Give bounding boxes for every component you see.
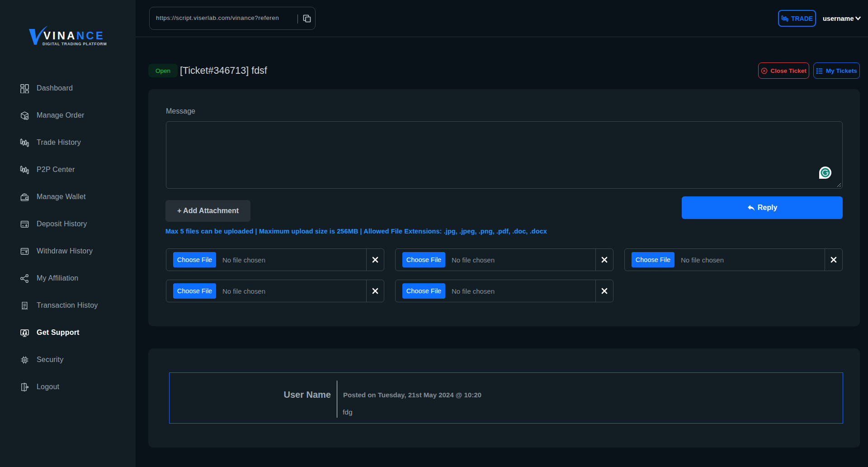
svg-text:VINA: VINA bbox=[43, 29, 76, 42]
svg-text:DIGITAL TRADING PLATFORM: DIGITAL TRADING PLATFORM bbox=[42, 42, 107, 46]
svg-text:NCE: NCE bbox=[76, 29, 105, 42]
